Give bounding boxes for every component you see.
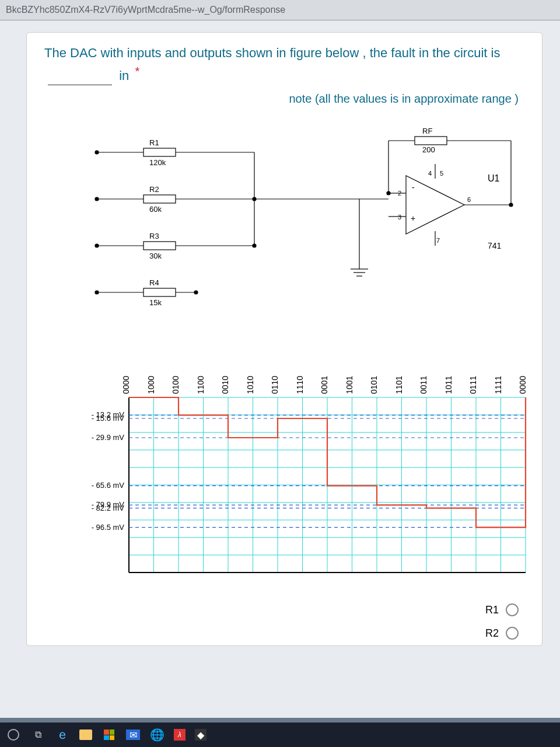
svg-text:0001: 0001 bbox=[320, 376, 329, 394]
answer-option-label: R1 bbox=[485, 604, 499, 616]
svg-text:R1: R1 bbox=[149, 138, 159, 147]
diagram-area: R1 120k R2 60k R3 30k R4 15k RF 200 U1 7… bbox=[44, 123, 524, 631]
svg-text:1000: 1000 bbox=[146, 376, 156, 394]
svg-text:0011: 0011 bbox=[419, 376, 428, 394]
svg-text:200: 200 bbox=[422, 145, 435, 154]
svg-rect-14 bbox=[144, 288, 176, 296]
svg-text:1110: 1110 bbox=[295, 376, 304, 394]
taskbar: ⧉ ｅ ✉ 🌐 λ ◆ bbox=[0, 722, 560, 747]
file-explorer-icon[interactable] bbox=[79, 729, 92, 740]
svg-point-16 bbox=[194, 291, 198, 294]
svg-text:1010: 1010 bbox=[246, 376, 255, 394]
answer-blank bbox=[48, 85, 112, 85]
svg-text:1100: 1100 bbox=[196, 376, 205, 394]
svg-text:0101: 0101 bbox=[369, 376, 379, 394]
svg-text:6: 6 bbox=[467, 196, 471, 203]
url-text: BkcBZYhc850ZmX4-RzV7i6yWprtMcdra5me--w_O… bbox=[6, 5, 285, 15]
svg-text:- 96.5 mV: - 96.5 mV bbox=[92, 523, 125, 532]
radio-icon bbox=[506, 603, 519, 616]
edge-icon[interactable]: ｅ bbox=[55, 727, 70, 742]
svg-text:741: 741 bbox=[488, 241, 502, 250]
acrobat-icon[interactable]: λ bbox=[174, 729, 186, 741]
svg-text:0000: 0000 bbox=[121, 376, 131, 394]
question-card: The DAC with inputs and outputs shown in… bbox=[26, 32, 542, 646]
answer-option-label: R2 bbox=[485, 627, 499, 640]
radio-icon bbox=[506, 627, 519, 640]
svg-point-19 bbox=[253, 244, 256, 247]
svg-text:R2: R2 bbox=[149, 185, 159, 194]
svg-text:5: 5 bbox=[440, 170, 443, 177]
svg-text:- 65.6 mV: - 65.6 mV bbox=[92, 481, 125, 490]
circuit-diagram: R1 120k R2 60k R3 30k R4 15k RF 200 U1 7… bbox=[79, 123, 523, 351]
svg-text:0000: 0000 bbox=[518, 376, 527, 394]
svg-rect-2 bbox=[144, 148, 176, 156]
svg-text:RF: RF bbox=[422, 127, 432, 135]
output-waveform-chart: 0000100001001100001010100110111000011001… bbox=[79, 357, 540, 602]
calculator-icon[interactable] bbox=[216, 729, 226, 740]
page-body: The DAC with inputs and outputs shown in… bbox=[0, 20, 560, 718]
svg-text:2: 2 bbox=[398, 190, 401, 197]
svg-text:1011: 1011 bbox=[444, 376, 453, 394]
answer-option-r1[interactable]: R1 bbox=[485, 603, 519, 616]
svg-text:U1: U1 bbox=[488, 173, 500, 183]
question-note: note (all the values is in approximate r… bbox=[44, 92, 524, 106]
app-icon[interactable]: ◆ bbox=[195, 729, 206, 741]
svg-marker-25 bbox=[406, 176, 464, 234]
url-bar: BkcBZYhc850ZmX4-RzV7i6yWprtMcdra5me--w_O… bbox=[0, 0, 560, 20]
svg-text:60k: 60k bbox=[149, 205, 162, 214]
question-text: The DAC with inputs and outputs shown in… bbox=[44, 43, 524, 85]
svg-text:0100: 0100 bbox=[171, 376, 180, 394]
svg-point-37 bbox=[509, 203, 513, 207]
svg-text:7: 7 bbox=[436, 237, 440, 244]
task-view-icon[interactable]: ⧉ bbox=[30, 727, 46, 742]
svg-text:3: 3 bbox=[398, 214, 401, 221]
ms-store-icon[interactable] bbox=[102, 727, 117, 742]
svg-text:0010: 0010 bbox=[220, 376, 230, 394]
svg-text:-: - bbox=[412, 183, 415, 192]
cortana-icon[interactable] bbox=[6, 727, 21, 742]
mail-icon[interactable]: ✉ bbox=[126, 729, 140, 740]
svg-rect-6 bbox=[144, 195, 176, 203]
svg-rect-10 bbox=[144, 242, 176, 250]
svg-text:120k: 120k bbox=[149, 158, 166, 167]
svg-text:0111: 0111 bbox=[468, 376, 478, 394]
svg-text:30k: 30k bbox=[149, 252, 162, 260]
svg-text:- 82.2 mV: - 82.2 mV bbox=[92, 504, 125, 512]
svg-text:0110: 0110 bbox=[270, 376, 279, 394]
question-text-after: in bbox=[119, 68, 129, 83]
svg-text:1001: 1001 bbox=[345, 376, 354, 394]
svg-text:1101: 1101 bbox=[394, 376, 404, 394]
svg-text:1111: 1111 bbox=[494, 376, 503, 394]
svg-text:- 29.9 mV: - 29.9 mV bbox=[92, 433, 125, 442]
svg-text:15k: 15k bbox=[149, 298, 162, 307]
answer-option-r2[interactable]: R2 bbox=[485, 627, 519, 640]
question-text-before: The DAC with inputs and outputs shown in… bbox=[44, 46, 500, 60]
required-asterisk: * bbox=[135, 65, 139, 78]
svg-text:+: + bbox=[411, 214, 415, 223]
svg-text:R4: R4 bbox=[149, 278, 159, 287]
svg-rect-33 bbox=[415, 137, 447, 145]
chrome-icon[interactable]: 🌐 bbox=[149, 727, 164, 742]
svg-point-36 bbox=[387, 191, 390, 195]
answer-options: R1 R2 bbox=[485, 603, 519, 640]
svg-text:4: 4 bbox=[428, 170, 432, 177]
svg-text:- 15.6 mV: - 15.6 mV bbox=[92, 414, 125, 423]
svg-text:R3: R3 bbox=[149, 232, 159, 240]
